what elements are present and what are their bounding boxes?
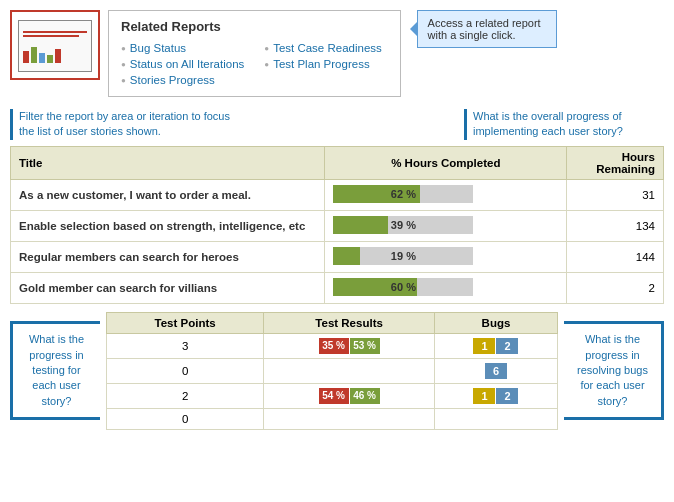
test-points-1: 0 xyxy=(107,358,264,383)
thumb-bar-5 xyxy=(55,49,61,63)
thumb-bar-1 xyxy=(23,51,29,63)
report-link-stories-progress[interactable]: Stories Progress xyxy=(121,74,244,86)
story-title-3: Gold member can search for villians xyxy=(11,272,325,303)
filter-note: Filter the report by area or iteration t… xyxy=(10,109,240,140)
header-hours-remaining: HoursRemaining xyxy=(567,146,664,179)
test-points-2: 2 xyxy=(107,383,264,408)
story-row-3: Gold member can search for villians 60 %… xyxy=(11,272,664,303)
story-hours-2: 144 xyxy=(567,241,664,272)
thumb-bar-2 xyxy=(31,47,37,63)
red-bar-2: 54 % xyxy=(319,388,349,404)
related-reports-box: Related Reports Bug Status Test Case Rea… xyxy=(108,10,401,97)
olive-bar-0: 53 % xyxy=(350,338,380,354)
bug-yellow-2: 1 xyxy=(473,388,495,404)
story-bar-2: 19 % xyxy=(325,241,567,272)
bugs-cell-1: 6 xyxy=(434,358,557,383)
thumbnail-inner xyxy=(18,20,92,72)
reports-grid: Bug Status Test Case Readiness Status on… xyxy=(121,42,388,86)
test-results-2: 54 % 46 % xyxy=(264,383,435,408)
story-row-0: As a new customer, I want to order a mea… xyxy=(11,179,664,210)
bottom-section: What is the progress in testing for each… xyxy=(0,304,674,430)
bug-blue-1: 6 xyxy=(485,363,507,379)
report-thumbnail[interactable] xyxy=(10,10,100,80)
bugs-cell-3 xyxy=(434,408,557,429)
story-hours-1: 134 xyxy=(567,210,664,241)
thumb-bars xyxy=(23,47,61,63)
top-section: Related Reports Bug Status Test Case Rea… xyxy=(0,0,674,105)
story-row-1: Enable selection based on strength, inte… xyxy=(11,210,664,241)
bug-blue-2: 2 xyxy=(496,388,518,404)
story-title-1: Enable selection based on strength, inte… xyxy=(11,210,325,241)
header-test-results: Test Results xyxy=(264,312,435,333)
olive-bar-2: 46 % xyxy=(350,388,380,404)
testing-note: What is the progress in testing for each… xyxy=(10,321,100,420)
note-above: Filter the report by area or iteration t… xyxy=(10,109,664,146)
header-hours-completed: % Hours Completed xyxy=(325,146,567,179)
report-link-status-iterations[interactable]: Status on All Iterations xyxy=(121,58,244,70)
test-row-1: 06 xyxy=(107,358,558,383)
middle-section: Filter the report by area or iteration t… xyxy=(0,109,674,304)
test-header-row: Test Points Test Results Bugs xyxy=(107,312,558,333)
callout-box: Access a related report with a single cl… xyxy=(417,10,557,48)
story-bar-1: 39 % xyxy=(325,210,567,241)
test-row-3: 0 xyxy=(107,408,558,429)
story-hours-0: 31 xyxy=(567,179,664,210)
test-table: Test Points Test Results Bugs 3 35 % 53 … xyxy=(106,312,558,430)
thumb-line2 xyxy=(23,35,79,37)
bugs-cell-2: 12 xyxy=(434,383,557,408)
thumb-bar-4 xyxy=(47,55,53,63)
story-title-2: Regular members can search for heroes xyxy=(11,241,325,272)
story-title-0: As a new customer, I want to order a mea… xyxy=(11,179,325,210)
stories-table: Title % Hours Completed HoursRemaining A… xyxy=(10,146,664,304)
header-title: Title xyxy=(11,146,325,179)
header-bugs: Bugs xyxy=(434,312,557,333)
test-points-3: 0 xyxy=(107,408,264,429)
header-test-points: Test Points xyxy=(107,312,264,333)
bug-yellow-0: 1 xyxy=(473,338,495,354)
test-results-1 xyxy=(264,358,435,383)
test-results-3 xyxy=(264,408,435,429)
report-link-test-case-readiness[interactable]: Test Case Readiness xyxy=(264,42,387,54)
story-row-2: Regular members can search for heroes 19… xyxy=(11,241,664,272)
test-row-0: 3 35 % 53 % 12 xyxy=(107,333,558,358)
story-bar-3: 60 % xyxy=(325,272,567,303)
thumb-line1 xyxy=(23,31,87,33)
bugs-cell-0: 12 xyxy=(434,333,557,358)
stories-header-row: Title % Hours Completed HoursRemaining xyxy=(11,146,664,179)
red-bar-0: 35 % xyxy=(319,338,349,354)
report-link-test-plan-progress[interactable]: Test Plan Progress xyxy=(264,58,387,70)
report-link-bug-status[interactable]: Bug Status xyxy=(121,42,244,54)
story-bar-0: 62 % xyxy=(325,179,567,210)
test-results-0: 35 % 53 % xyxy=(264,333,435,358)
bug-blue-0: 2 xyxy=(496,338,518,354)
related-reports-title: Related Reports xyxy=(121,19,388,34)
bugs-note: What is the progress in resolving bugs f… xyxy=(564,321,664,420)
test-points-0: 3 xyxy=(107,333,264,358)
story-hours-3: 2 xyxy=(567,272,664,303)
test-row-2: 2 54 % 46 % 12 xyxy=(107,383,558,408)
thumb-bar-3 xyxy=(39,53,45,63)
progress-note: What is the overall progress of implemen… xyxy=(464,109,664,140)
